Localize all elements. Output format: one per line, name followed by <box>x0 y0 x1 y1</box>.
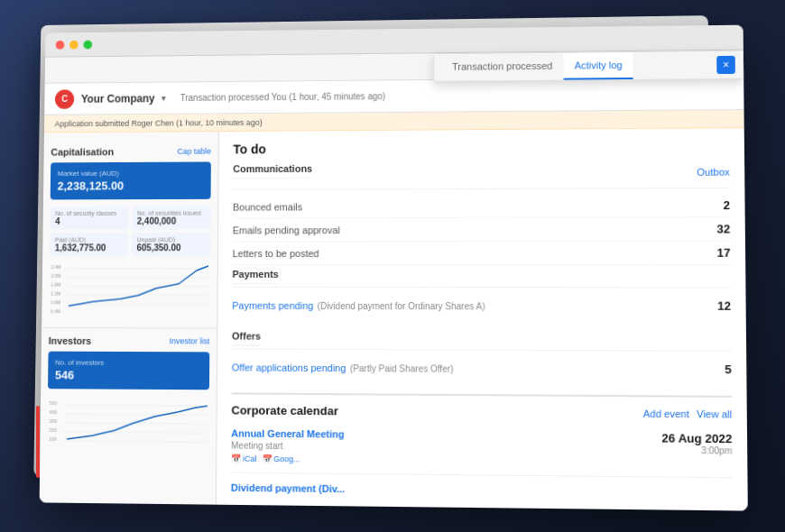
tab-activity-log[interactable]: Activity log <box>563 52 633 80</box>
minimize-dot[interactable] <box>69 40 78 49</box>
investors-chart: 500 400 300 200 100 <box>47 396 209 451</box>
svg-line-20 <box>65 441 207 442</box>
view-all-link[interactable]: View all <box>697 408 732 419</box>
svg-line-18 <box>65 423 207 424</box>
pending-approval-count: 32 <box>716 222 730 235</box>
investor-count-label: No. of investors <box>55 359 202 368</box>
event1-time: 3:00pm <box>661 445 732 456</box>
header-breadcrumb: Transaction processed You (1 hour, 45 mi… <box>180 88 733 103</box>
event1-icons: 📅 iCal 📅 Goog... <box>231 454 344 464</box>
communications-title: Communications <box>233 163 312 179</box>
activity-close-button[interactable]: × <box>716 56 735 74</box>
google-calendar-icon: 📅 <box>262 454 272 463</box>
market-value-chart: 2.4M 2.0M 1.6M 1.2M 0.8M 0.4M <box>49 261 210 316</box>
svg-text:400: 400 <box>50 410 58 415</box>
company-name: Your Company <box>81 92 155 105</box>
investors-section: Investors Investor list No. of investors… <box>40 327 217 464</box>
calendar-ical-icon: 📅 <box>231 454 241 463</box>
payments-count: 12 <box>717 298 731 312</box>
payments-pending-label[interactable]: Payments pending <box>232 300 313 311</box>
cap-table-link[interactable]: Cap table <box>177 147 211 156</box>
outbox-link[interactable]: Outbox <box>697 166 730 177</box>
svg-text:1.2M: 1.2M <box>51 292 60 297</box>
investor-count-card: No. of investors 546 <box>48 352 209 390</box>
event1-date: 26 Aug 2022 <box>661 431 732 445</box>
divider-payments <box>232 287 731 289</box>
app-logo: C <box>55 89 74 109</box>
svg-line-16 <box>66 405 208 406</box>
security-classes-label: No. of security classes <box>55 210 123 216</box>
event2-info: Dividend payment (Div... <box>231 482 346 496</box>
todo-section: To do Communications Outbox Bounced emai… <box>232 139 732 381</box>
close-dot[interactable] <box>56 41 65 50</box>
event1-date-block: 26 Aug 2022 3:00pm <box>661 431 732 455</box>
todo-header: To do <box>233 139 729 156</box>
company-chevron[interactable]: ▾ <box>162 93 166 103</box>
svg-text:0.8M: 0.8M <box>51 300 60 305</box>
market-value: 2,238,125.00 <box>58 179 204 192</box>
calendar-title: Corporate calendar <box>231 403 337 417</box>
svg-line-17 <box>65 414 207 415</box>
event1-ical-link[interactable]: 📅 iCal <box>231 454 256 463</box>
communications-block: Communications Outbox Bounced emails 2 E… <box>233 161 731 265</box>
investors-title: Investors <box>49 335 92 346</box>
event1-google-link[interactable]: 📅 Goog... <box>262 454 300 463</box>
todo-title: To do <box>233 142 265 156</box>
bounced-count: 2 <box>724 198 731 212</box>
event2-name[interactable]: Dividend payment (Div... <box>231 482 346 494</box>
security-classes-stat: No. of security classes 4 <box>50 206 128 230</box>
payments-left: Payments pending (Dividend payment for O… <box>232 297 485 314</box>
offers-block: Offers Offer applications pending (Partl… <box>232 327 732 381</box>
securities-issued-stat: No. of securities issued 2,400,000 <box>132 206 211 230</box>
calendar-section: Corporate calendar Add event View all An… <box>231 392 733 504</box>
investor-list-link[interactable]: Investor list <box>170 336 210 345</box>
event1-sub: Meeting start <box>231 441 344 452</box>
pending-approval-label: Emails pending approval <box>233 225 340 235</box>
browser-window: 🔍 ✉ 🔔 👤 Transaction processed Activity l… <box>40 25 748 511</box>
pending-approval-row: Emails pending approval 32 <box>233 217 731 242</box>
left-sidebar: Capitalisation Cap table Market value (A… <box>40 132 219 511</box>
bounced-label: Bounced emails <box>233 201 302 212</box>
paid-value: 1,632,775.00 <box>55 243 123 252</box>
offers-left: Offer applications pending (Partly Paid … <box>232 358 454 375</box>
payments-row: Payments pending (Dividend payment for O… <box>232 293 731 317</box>
cap-title: Capitalisation <box>51 146 114 157</box>
investors-header: Investors Investor list <box>49 335 210 347</box>
divider-offers <box>232 348 732 351</box>
svg-text:2.4M: 2.4M <box>51 265 61 270</box>
svg-text:300: 300 <box>50 419 58 424</box>
event1-row: Annual General Meeting Meeting start 📅 i… <box>231 424 733 472</box>
app-header: C Your Company ▾ Transaction processed Y… <box>44 78 743 115</box>
offers-row: Offer applications pending (Partly Paid … <box>232 354 732 381</box>
svg-text:200: 200 <box>49 428 57 433</box>
letters-count: 17 <box>717 246 731 260</box>
calendar-header: Corporate calendar Add event View all <box>231 403 732 420</box>
payments-block: Payments Payments pending (Dividend paym… <box>232 265 731 317</box>
divider-comms <box>233 188 730 190</box>
market-value-card: Market value (AUD) 2,238,125.00 <box>51 161 211 199</box>
offers-pending-label[interactable]: Offer applications pending <box>232 362 346 373</box>
tab-transaction-processed[interactable]: Transaction processed <box>441 53 563 81</box>
paid-stat: Paid (AUD) 1,632,775.00 <box>50 234 128 257</box>
svg-text:100: 100 <box>49 437 57 442</box>
svg-text:2.0M: 2.0M <box>51 274 61 279</box>
capitalisation-section: Capitalisation Cap table Market value (A… <box>42 139 218 328</box>
investor-count-value: 546 <box>55 368 202 382</box>
svg-text:1.6M: 1.6M <box>51 283 60 288</box>
activity-tabs: Transaction processed Activity log × <box>434 51 743 82</box>
security-classes-value: 4 <box>55 216 123 226</box>
event1-name[interactable]: Annual General Meeting <box>231 427 344 439</box>
securities-issued-value: 2,400,000 <box>137 216 206 226</box>
offers-count: 5 <box>725 362 732 375</box>
event1-info: Annual General Meeting Meeting start 📅 i… <box>231 427 344 463</box>
notif-text: Application submitted Roger Chen (1 hour… <box>55 117 263 127</box>
add-event-link[interactable]: Add event <box>643 408 689 419</box>
maximize-dot[interactable] <box>83 40 92 49</box>
offers-pending-desc: (Partly Paid Shares Offer) <box>350 363 454 374</box>
svg-text:500: 500 <box>50 401 58 406</box>
offers-title: Offers <box>232 331 261 346</box>
payments-title: Payments <box>232 269 278 284</box>
market-value-label: Market value (AUD) <box>58 169 204 178</box>
unpaid-value: 605,350.00 <box>136 243 205 252</box>
calendar-links: Add event View all <box>643 408 732 419</box>
